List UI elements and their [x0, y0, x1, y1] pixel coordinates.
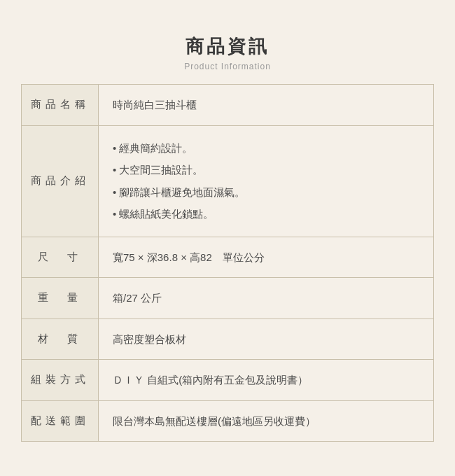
- list-item: 螺絲貼紙美化鎖點。: [113, 203, 419, 225]
- row-label-4: 材 質: [22, 318, 99, 360]
- table-row: 商品介紹經典簡約設計。大空間三抽設計。腳蹄讓斗櫃避免地面濕氣。螺絲貼紙美化鎖點。: [22, 125, 434, 237]
- row-label-5: 組裝方式: [22, 360, 99, 401]
- row-value-2: 寬75 × 深36.8 × 高82 單位公分: [99, 237, 434, 278]
- table-row: 尺 寸寬75 × 深36.8 × 高82 單位公分: [22, 237, 434, 278]
- row-value-5: ＤＩＹ 自組式(箱內附有五金包及說明書）: [99, 360, 434, 401]
- header: 商品資訊 Product Information: [21, 34, 434, 71]
- row-value-3: 箱/27 公斤: [99, 278, 434, 319]
- row-value-6: 限台灣本島無配送樓層(偏遠地區另收運費）: [99, 400, 434, 442]
- page-title: 商品資訊: [21, 34, 434, 59]
- row-label-0: 商品名稱: [22, 85, 99, 126]
- table-row: 重 量箱/27 公斤: [22, 278, 434, 319]
- table-row: 材 質高密度塑合板材: [22, 318, 434, 360]
- list-item: 經典簡約設計。: [113, 137, 419, 160]
- row-value-0: 時尚純白三抽斗櫃: [99, 85, 434, 126]
- product-info-container: 商品資訊 Product Information 商品名稱時尚純白三抽斗櫃商品介…: [21, 34, 434, 442]
- row-value-4: 高密度塑合板材: [99, 318, 434, 360]
- table-row: 配送範圍限台灣本島無配送樓層(偏遠地區另收運費）: [22, 400, 434, 442]
- row-value-1: 經典簡約設計。大空間三抽設計。腳蹄讓斗櫃避免地面濕氣。螺絲貼紙美化鎖點。: [99, 125, 434, 237]
- row-label-6: 配送範圍: [22, 400, 99, 442]
- product-table: 商品名稱時尚純白三抽斗櫃商品介紹經典簡約設計。大空間三抽設計。腳蹄讓斗櫃避免地面…: [21, 84, 434, 442]
- table-row: 商品名稱時尚純白三抽斗櫃: [22, 85, 434, 126]
- row-label-2: 尺 寸: [22, 237, 99, 278]
- list-item: 大空間三抽設計。: [113, 159, 419, 181]
- row-label-3: 重 量: [22, 278, 99, 319]
- list-item: 腳蹄讓斗櫃避免地面濕氣。: [113, 181, 419, 204]
- table-row: 組裝方式ＤＩＹ 自組式(箱內附有五金包及說明書）: [22, 360, 434, 401]
- row-label-1: 商品介紹: [22, 125, 99, 237]
- page-subtitle: Product Information: [21, 62, 434, 71]
